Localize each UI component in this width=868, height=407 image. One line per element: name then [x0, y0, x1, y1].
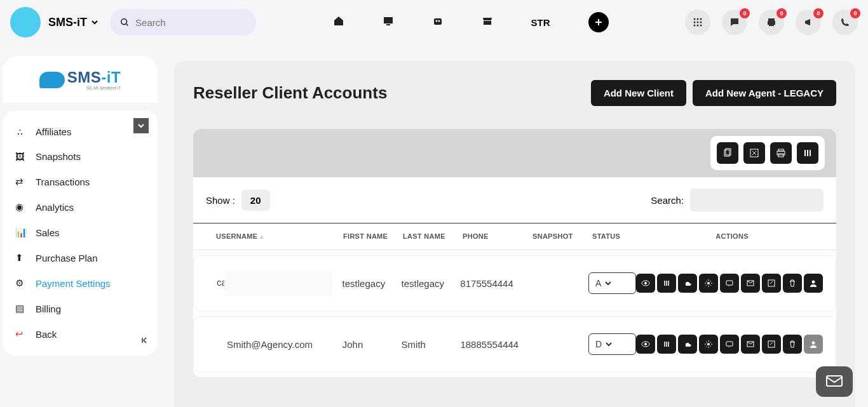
home-icon[interactable] — [333, 15, 344, 29]
toolbar-icons — [710, 136, 825, 170]
sidebar-item-snapshots[interactable]: 🖼Snapshots — [3, 144, 158, 169]
status-select[interactable]: A — [588, 272, 636, 294]
svg-point-25 — [644, 282, 647, 284]
add-new-client-button[interactable]: Add New Client — [591, 80, 686, 106]
sidebar-item-transactions[interactable]: ⇄Transactions — [3, 169, 158, 194]
cell-phone: 18885554444 — [460, 339, 529, 350]
user-icon[interactable] — [804, 274, 823, 293]
print-icon[interactable]: 0 — [759, 10, 784, 35]
cloud-icon — [39, 72, 65, 88]
user-avatar[interactable] — [10, 7, 41, 37]
search-box[interactable] — [110, 9, 256, 36]
nav-toggle[interactable] — [133, 118, 149, 133]
table-row: Smith@Agency.com John Smith 18885554444 … — [193, 316, 836, 372]
top-header: SMS-iT STR 0 0 0 0 — [0, 0, 868, 44]
user-icon[interactable] — [804, 335, 823, 354]
svg-point-11 — [700, 22, 702, 23]
page-header: Reseller Client Accounts Add New Client … — [193, 80, 836, 106]
search-input[interactable] — [135, 17, 246, 28]
nav-card: ⛬Affiliates 🖼Snapshots ⇄Transactions ◉An… — [3, 110, 158, 356]
sidebar-item-back[interactable]: ↩Back — [3, 321, 158, 347]
collapse-icon[interactable] — [140, 335, 150, 348]
apps-icon[interactable] — [685, 10, 710, 35]
col-status[interactable]: STATUS — [592, 232, 641, 241]
purchase-icon: ⬆ — [15, 252, 27, 264]
menu-icon[interactable] — [657, 335, 676, 354]
sidebar-item-label: Back — [36, 329, 57, 340]
chevron-down-icon — [91, 18, 98, 26]
cell-actions — [636, 335, 823, 354]
show-select[interactable]: 20 — [241, 190, 270, 211]
cloud-icon[interactable] — [678, 335, 697, 354]
cell-first-name: John — [342, 339, 402, 350]
mail-icon[interactable] — [741, 274, 760, 293]
gear-icon[interactable] — [699, 274, 718, 293]
phone-icon[interactable]: 0 — [832, 10, 858, 35]
svg-rect-1 — [384, 17, 393, 23]
svg-point-10 — [697, 22, 699, 23]
svg-rect-3 — [434, 18, 442, 25]
svg-point-37 — [812, 342, 815, 345]
chat-icon[interactable]: 0 — [722, 10, 747, 35]
svg-point-33 — [707, 343, 710, 345]
delete-icon[interactable] — [783, 335, 802, 354]
mail-icon[interactable] — [741, 335, 760, 354]
robot-icon[interactable] — [432, 15, 444, 29]
col-first-name[interactable]: FIRST NAME — [343, 232, 403, 241]
col-actions: ACTIONS — [641, 232, 824, 241]
col-last-name[interactable]: LAST NAME — [403, 232, 463, 241]
badge: 0 — [740, 8, 750, 18]
sidebar-item-label: Purchase Plan — [36, 253, 98, 264]
chat-icon[interactable] — [720, 274, 739, 293]
svg-point-14 — [700, 25, 702, 27]
cloud-icon[interactable] — [678, 274, 697, 293]
table-search-control: Search: — [651, 189, 824, 211]
svg-rect-27 — [726, 281, 733, 285]
logo: SMS-iT SE-Mi Sentient iT — [39, 69, 121, 90]
back-icon: ↩ — [15, 328, 27, 340]
brand-selector[interactable]: SMS-iT — [48, 16, 98, 29]
megaphone-icon[interactable]: 0 — [796, 10, 821, 35]
edit-icon[interactable] — [762, 335, 781, 354]
view-icon[interactable] — [636, 335, 655, 354]
view-icon[interactable] — [636, 274, 655, 293]
logo-card: SMS-iT SE-Mi Sentient iT — [3, 56, 158, 103]
gear-icon: ⚙ — [15, 277, 27, 289]
monitor-icon[interactable] — [383, 15, 394, 29]
status-select[interactable]: D — [588, 333, 636, 355]
chevron-down-icon — [605, 280, 611, 286]
store-icon[interactable] — [482, 15, 493, 29]
copy-icon[interactable] — [717, 142, 738, 164]
menu-icon[interactable] — [657, 274, 676, 293]
str-label[interactable]: STR — [531, 17, 550, 28]
sidebar-item-billing[interactable]: ▤Billing — [3, 296, 158, 321]
add-new-agent-button[interactable]: Add New Agent - LEGACY — [693, 80, 836, 106]
search-label: Search: — [651, 195, 684, 206]
badge: 0 — [776, 8, 787, 18]
columns-icon[interactable] — [797, 142, 818, 164]
add-button[interactable] — [588, 12, 609, 32]
svg-point-6 — [694, 18, 696, 20]
col-username[interactable]: USERNAME▴ — [216, 232, 343, 241]
edit-icon[interactable] — [762, 274, 781, 293]
delete-icon[interactable] — [783, 274, 802, 293]
sidebar-item-sales[interactable]: 📊Sales — [3, 220, 158, 245]
affiliates-icon: ⛬ — [15, 126, 27, 137]
sidebar-item-payment-settings[interactable]: ⚙Payment Settings — [3, 270, 158, 296]
sidebar-item-label: Sales — [36, 227, 60, 238]
chat-icon[interactable] — [720, 335, 739, 354]
gear-icon[interactable] — [699, 335, 718, 354]
print-icon[interactable] — [770, 142, 792, 164]
cell-phone: 8175554444 — [460, 278, 529, 289]
floating-chat-button[interactable] — [816, 366, 853, 397]
svg-point-13 — [697, 25, 699, 27]
sort-icon: ▴ — [260, 232, 264, 240]
col-phone[interactable]: PHONE — [463, 232, 532, 241]
sidebar-item-analytics[interactable]: ◉Analytics — [3, 194, 158, 220]
sidebar-item-purchase-plan[interactable]: ⬆Purchase Plan — [3, 245, 158, 270]
table-search-input[interactable] — [690, 189, 824, 211]
svg-point-7 — [697, 18, 699, 20]
excel-icon[interactable] — [743, 142, 765, 164]
badge: 0 — [813, 8, 824, 18]
col-snapshot[interactable]: SNAPSHOT — [532, 232, 592, 241]
